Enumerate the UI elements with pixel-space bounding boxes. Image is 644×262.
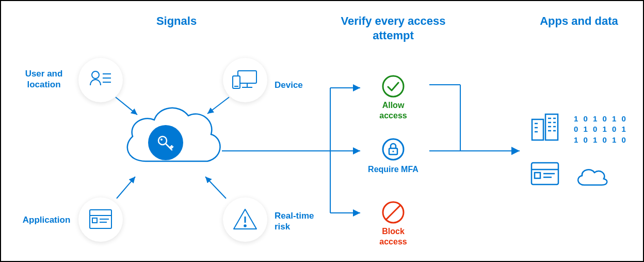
flow-cloud-to-verify [222,63,377,230]
svg-line-21 [117,177,135,198]
svg-point-31 [392,150,394,152]
cloud-small-icon [574,165,610,191]
block-access-icon [380,199,406,225]
svg-rect-38 [532,119,543,140]
label-allow-access: Allow access [367,100,419,121]
label-require-mfa: Require MFA [366,164,420,175]
svg-line-33 [386,205,400,220]
svg-line-19 [116,97,137,115]
label-application: Application [15,214,77,225]
arrow-app-to-cloud [115,172,146,205]
svg-point-28 [383,76,404,97]
svg-point-0 [92,71,99,79]
app-window-icon [530,161,560,189]
label-user-location: User and location [15,68,72,90]
label-block-access: Block access [367,226,419,247]
allow-access-icon [380,73,406,99]
flow-verify-to-apps [429,73,533,179]
svg-rect-53 [535,173,540,178]
buildings-icon [530,112,561,144]
heading-apps: Apps and data [527,14,631,28]
arrow-user-to-cloud [115,96,146,124]
svg-rect-39 [545,114,558,140]
svg-point-29 [383,139,404,160]
require-mfa-icon [380,136,406,162]
diagram-frame: Signals Verify every access attempt Apps… [0,0,644,262]
key-icon [148,125,183,160]
heading-signals: Signals [135,14,218,28]
heading-verify: Verify every access attempt [331,14,455,42]
svg-rect-12 [92,218,97,223]
svg-point-18 [160,138,163,141]
binary-data-icon: 1 0 1 0 1 0 0 1 0 1 0 1 1 0 1 0 1 0 [574,114,627,145]
